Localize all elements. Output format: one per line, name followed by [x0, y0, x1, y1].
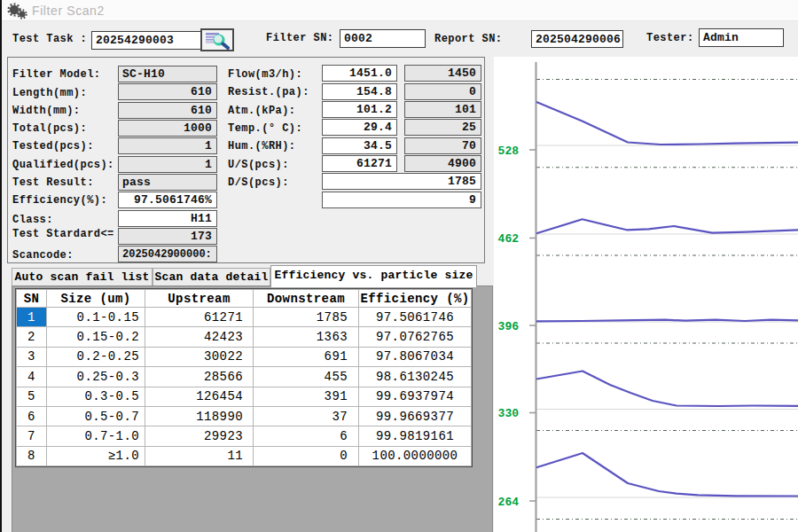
svg-text:462: 462 [498, 232, 520, 246]
svg-text:330: 330 [498, 407, 520, 420]
svg-text:264: 264 [498, 496, 520, 509]
svg-text:528: 528 [498, 145, 520, 158]
svg-text:396: 396 [498, 320, 520, 333]
